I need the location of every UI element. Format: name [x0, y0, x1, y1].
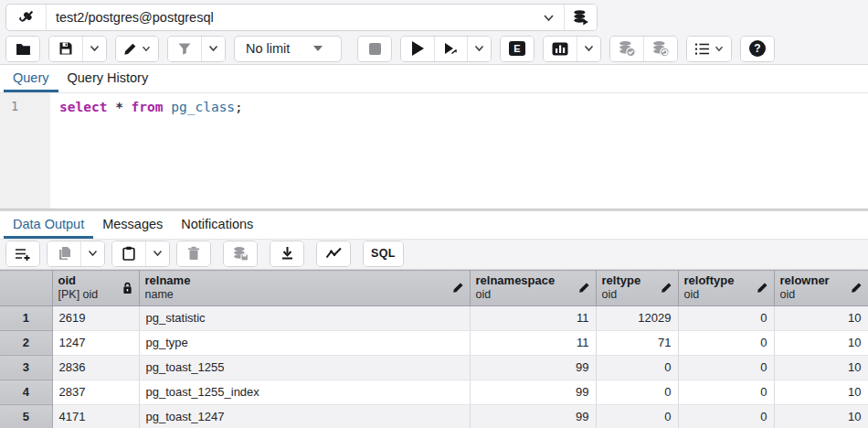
grid-cell[interactable]: 10 [774, 305, 868, 330]
download-button[interactable] [270, 241, 303, 266]
paste-options-chevron[interactable] [145, 241, 169, 266]
column-name: oid [58, 273, 99, 288]
limit-label: No limit [246, 41, 290, 56]
grid-cell[interactable]: 0 [678, 330, 774, 355]
connection-status-button[interactable] [6, 5, 47, 30]
rollback-button[interactable] [643, 37, 677, 61]
grid-cell[interactable]: 0 [678, 355, 774, 380]
grid-cell[interactable]: 10 [774, 355, 868, 380]
graph-visualiser-button[interactable] [317, 241, 350, 266]
grid-cell[interactable]: 0 [678, 380, 774, 404]
grid-cell[interactable]: 0 [678, 305, 774, 330]
row-number-cell[interactable]: 2 [0, 330, 52, 355]
connection-selector[interactable]: test2/postgres@postgresql [47, 5, 564, 30]
edit-column-icon[interactable] [757, 282, 768, 294]
edit-column-icon[interactable] [851, 282, 863, 294]
tab-messages[interactable]: Messages [93, 211, 172, 239]
explain-options-chevron[interactable] [577, 37, 600, 61]
column-type: name [145, 288, 191, 303]
row-number-cell[interactable]: 5 [0, 404, 52, 428]
grid-cell[interactable]: 0 [596, 404, 678, 428]
grid-cell[interactable]: pg_toast_1255 [139, 355, 470, 380]
macros-button[interactable] [687, 37, 731, 61]
row-number-cell[interactable]: 1 [0, 305, 52, 330]
sql-token: ; [235, 100, 243, 114]
grid-cell[interactable]: 1247 [52, 330, 139, 355]
grid-cell[interactable]: 10 [774, 330, 868, 355]
query-tab-bar: Query Query History [0, 65, 868, 93]
grid-cell[interactable]: 10 [774, 404, 868, 428]
chevron-down-icon [474, 45, 484, 52]
row-number-cell[interactable]: 3 [0, 355, 52, 380]
grid-cell[interactable]: pg_toast_1255_index [139, 380, 470, 404]
tab-query[interactable]: Query [4, 65, 58, 92]
filter-button[interactable] [168, 37, 201, 61]
execute-from-cursor-button[interactable] [434, 37, 467, 61]
tab-data-output[interactable]: Data Output [4, 211, 93, 239]
column-header-reltype[interactable]: reltype oid [596, 271, 678, 306]
copy-options-chevron[interactable] [80, 241, 104, 266]
edit-column-icon[interactable] [661, 282, 672, 294]
copy-button[interactable] [48, 241, 80, 266]
column-header-relname[interactable]: relname name [139, 271, 470, 306]
grid-cell[interactable]: 0 [596, 355, 678, 380]
column-header-oid[interactable]: oid [PK] oid [52, 271, 139, 306]
sql-code-area[interactable]: select * from pg_class; [50, 93, 868, 209]
sql-editor[interactable]: 1 select * from pg_class; [0, 93, 868, 209]
grid-cell[interactable]: pg_type [139, 330, 470, 355]
grid-cell[interactable]: 2619 [52, 305, 139, 330]
save-button[interactable] [49, 37, 82, 61]
column-header-relowner[interactable]: relowner oid [774, 271, 868, 306]
column-header-reloftype[interactable]: reloftype oid [678, 271, 774, 306]
chevron-down-icon [584, 45, 594, 52]
database-save-icon [232, 246, 249, 262]
explain-analyze-button[interactable] [544, 37, 577, 61]
save-options-chevron[interactable] [82, 37, 106, 61]
column-header-relnamespace[interactable]: relnamespace oid [470, 271, 596, 306]
execute-options-chevron[interactable] [467, 37, 491, 61]
connection-label: test2/postgres@postgresql [56, 10, 214, 25]
grid-cell[interactable]: 11 [470, 330, 596, 355]
paste-button[interactable] [112, 241, 145, 266]
grid-cell[interactable]: 0 [678, 404, 774, 428]
add-row-button[interactable] [6, 241, 39, 266]
open-file-button[interactable] [6, 37, 39, 61]
limit-select[interactable]: No limit [234, 36, 342, 62]
new-query-tool-button[interactable] [564, 5, 597, 30]
grid-cell[interactable]: 99 [470, 404, 596, 428]
edit-options-button[interactable] [116, 37, 158, 61]
sql-token: select [59, 100, 107, 114]
play-cursor-icon [443, 41, 460, 56]
select-all-corner[interactable] [0, 271, 52, 306]
filter-options-chevron[interactable] [201, 37, 225, 61]
grid-cell[interactable]: 0 [596, 380, 678, 404]
grid-cell[interactable]: 2837 [52, 380, 139, 404]
grid-cell[interactable]: pg_toast_1247 [139, 404, 470, 428]
chevron-down-icon [88, 250, 98, 257]
sql-code-line: select * from pg_class; [59, 99, 868, 117]
execute-button[interactable] [401, 37, 434, 61]
explain-button[interactable]: E [501, 37, 534, 61]
commit-button[interactable] [610, 37, 643, 61]
row-number-cell[interactable]: 4 [0, 380, 52, 404]
tab-query-history[interactable]: Query History [58, 65, 158, 92]
sql-token: pg_class [171, 100, 235, 114]
grid-cell[interactable]: 99 [470, 380, 596, 404]
grid-cell[interactable]: 10 [774, 380, 868, 404]
tab-notifications[interactable]: Notifications [172, 211, 262, 239]
show-sql-button[interactable]: SQL [364, 241, 403, 266]
grid-cell[interactable]: 2836 [52, 355, 139, 380]
edit-column-icon[interactable] [452, 282, 464, 294]
grid-cell[interactable]: 71 [596, 330, 678, 355]
grid-cell[interactable]: 4171 [52, 404, 139, 428]
grid-cell[interactable]: 11 [470, 305, 596, 330]
help-button[interactable]: ? [741, 37, 774, 61]
edit-column-icon[interactable] [578, 282, 590, 294]
stop-button[interactable] [358, 37, 391, 61]
grid-cell[interactable]: pg_statistic [139, 305, 470, 330]
add-row-icon [15, 247, 31, 261]
grid-cell[interactable]: 12029 [596, 305, 678, 330]
delete-row-button[interactable] [177, 241, 210, 266]
grid-cell[interactable]: 99 [470, 355, 596, 380]
save-data-button[interactable] [224, 241, 257, 266]
